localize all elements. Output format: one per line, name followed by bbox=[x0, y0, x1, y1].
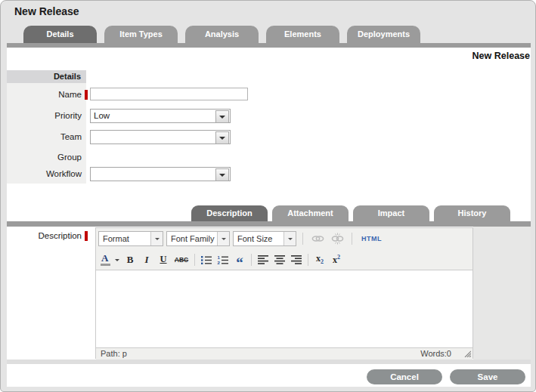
tab-deployments[interactable]: Deployments bbox=[347, 26, 420, 43]
tab-history-label: History bbox=[458, 208, 487, 218]
italic-icon: I bbox=[144, 254, 148, 266]
align-left-button[interactable] bbox=[255, 252, 271, 267]
font-family-dropdown[interactable]: Font Family bbox=[166, 231, 230, 246]
content-heading: New Release bbox=[472, 51, 530, 61]
align-center-icon bbox=[274, 255, 286, 264]
bullet-list-button[interactable] bbox=[198, 252, 215, 267]
name-label: Name bbox=[7, 88, 82, 102]
team-dropdown-button[interactable] bbox=[215, 131, 229, 144]
html-source-button[interactable]: HTML bbox=[358, 235, 385, 242]
editor-word-count: Words:0 bbox=[420, 349, 451, 358]
chevron-down-icon bbox=[115, 259, 119, 261]
tab-details[interactable]: Details bbox=[23, 26, 97, 43]
tab-analysis-label: Analysis bbox=[205, 29, 239, 39]
section-tab-divider bbox=[7, 221, 531, 227]
tab-impact[interactable]: Impact bbox=[353, 205, 429, 221]
tab-attachment[interactable]: Attachment bbox=[272, 205, 349, 221]
format-dropdown-button[interactable] bbox=[150, 232, 163, 245]
toolbar-separator bbox=[308, 254, 308, 266]
editor-toolbar-row2: A B I U ABC bbox=[96, 249, 472, 270]
editor-path: Path: p bbox=[101, 349, 127, 358]
name-input[interactable] bbox=[90, 88, 248, 100]
priority-label: Priority bbox=[7, 109, 82, 123]
blockquote-button[interactable]: “ bbox=[231, 252, 248, 267]
bold-button[interactable]: B bbox=[122, 252, 138, 267]
tab-history[interactable]: History bbox=[434, 205, 510, 221]
page-title: New Release bbox=[14, 5, 79, 17]
subscript-icon: x2 bbox=[316, 253, 324, 265]
editor-side-panel bbox=[473, 227, 531, 360]
link-icon bbox=[311, 233, 324, 244]
align-left-icon bbox=[258, 255, 269, 264]
strikethrough-button[interactable]: ABC bbox=[172, 252, 191, 267]
main-tab-bar: Details Item Types Analysis Elements Dep… bbox=[23, 26, 420, 43]
workflow-select[interactable] bbox=[90, 167, 231, 181]
superscript-button[interactable]: x2 bbox=[328, 252, 345, 267]
editor-body[interactable] bbox=[96, 270, 472, 348]
subscript-button[interactable]: x2 bbox=[311, 252, 328, 267]
align-center-button[interactable] bbox=[271, 252, 288, 267]
numbered-list-icon: 12 bbox=[217, 255, 229, 265]
tab-description[interactable]: Description bbox=[191, 205, 268, 221]
tab-elements[interactable]: Elements bbox=[266, 26, 339, 43]
font-color-button[interactable]: A bbox=[99, 252, 122, 267]
cancel-button[interactable]: Cancel bbox=[367, 369, 442, 384]
toolbar-separator bbox=[352, 233, 352, 245]
details-panel-header: Details bbox=[7, 70, 86, 83]
tab-elements-label: Elements bbox=[284, 29, 321, 39]
font-size-dropdown[interactable]: Font Size bbox=[233, 231, 296, 246]
toolbar-separator bbox=[251, 254, 252, 266]
blockquote-icon: “ bbox=[236, 259, 243, 267]
content-area: New Release Details Name Priority Low Te… bbox=[7, 48, 531, 387]
window-frame: New Release Details Item Types Analysis … bbox=[0, 0, 536, 392]
tab-attachment-label: Attachment bbox=[287, 208, 333, 218]
team-select[interactable] bbox=[90, 130, 231, 144]
toolbar-separator bbox=[302, 233, 303, 245]
chevron-down-icon bbox=[155, 238, 160, 240]
tab-analysis[interactable]: Analysis bbox=[185, 26, 259, 43]
tab-description-label: Description bbox=[206, 208, 253, 218]
tab-details-label: Details bbox=[46, 29, 73, 39]
priority-select[interactable]: Low bbox=[90, 109, 231, 123]
svg-text:1: 1 bbox=[218, 255, 221, 259]
subscript-digit: 2 bbox=[321, 259, 324, 266]
tab-item-types[interactable]: Item Types bbox=[104, 26, 178, 43]
editor-status-bar: Path: p Words:0 bbox=[96, 348, 472, 360]
align-right-button[interactable] bbox=[288, 252, 305, 267]
insert-link-button[interactable] bbox=[309, 231, 326, 246]
name-required-marker bbox=[85, 90, 88, 100]
font-family-dropdown-button[interactable] bbox=[217, 232, 229, 245]
rich-text-editor: Format Font Family Font Size bbox=[95, 227, 473, 359]
toolbar-separator bbox=[194, 254, 195, 266]
chevron-down-icon bbox=[219, 137, 225, 140]
font-size-dropdown-value: Font Size bbox=[237, 232, 272, 245]
priority-value: Low bbox=[94, 110, 110, 122]
chevron-down-icon bbox=[222, 238, 226, 240]
save-button[interactable]: Save bbox=[450, 369, 525, 384]
format-dropdown-value: Format bbox=[103, 232, 129, 245]
strikethrough-icon: ABC bbox=[175, 256, 188, 264]
superscript-icon: x2 bbox=[333, 254, 340, 266]
resize-grip-icon bbox=[463, 350, 471, 357]
remove-link-button[interactable] bbox=[329, 231, 345, 246]
format-dropdown[interactable]: Format bbox=[98, 231, 163, 246]
workflow-label: Workflow bbox=[7, 167, 82, 181]
priority-dropdown-button[interactable] bbox=[215, 110, 229, 123]
resize-handle[interactable] bbox=[463, 350, 471, 359]
footer-divider bbox=[7, 360, 531, 364]
tab-deployments-label: Deployments bbox=[358, 29, 410, 39]
underline-button[interactable]: U bbox=[155, 252, 172, 267]
numbered-list-button[interactable]: 12 bbox=[215, 252, 231, 267]
chevron-down-icon bbox=[288, 238, 293, 240]
italic-button[interactable]: I bbox=[138, 252, 155, 267]
superscript-digit: 2 bbox=[337, 254, 340, 261]
editor-toolbar-row1: Format Font Family Font Size bbox=[96, 228, 472, 249]
font-color-swatch bbox=[101, 264, 110, 266]
description-required-marker bbox=[85, 231, 88, 241]
align-right-icon bbox=[291, 255, 302, 264]
font-size-dropdown-button[interactable] bbox=[283, 232, 296, 245]
tab-impact-label: Impact bbox=[378, 208, 404, 218]
workflow-dropdown-button[interactable] bbox=[215, 168, 229, 181]
section-tab-bar: Description Attachment Impact History bbox=[191, 205, 510, 221]
font-family-dropdown-value: Font Family bbox=[171, 232, 214, 245]
